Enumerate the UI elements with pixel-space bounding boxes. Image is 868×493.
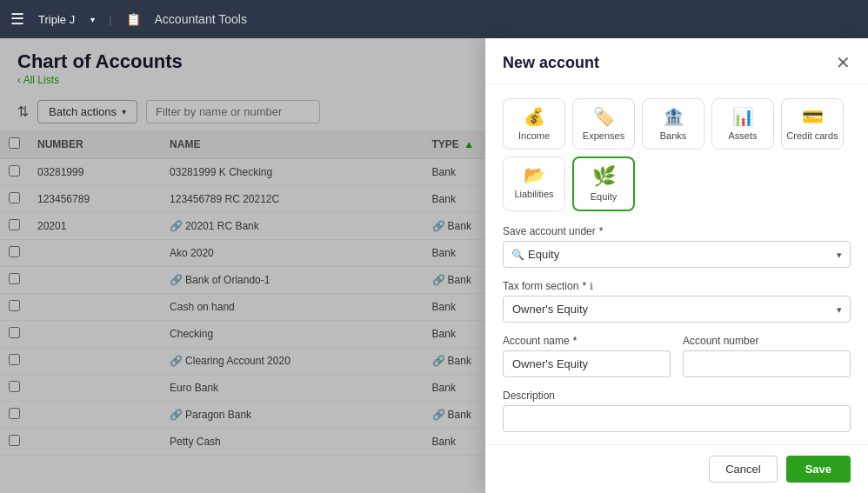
income-icon: 💰 xyxy=(524,106,545,127)
main-area: Chart of Accounts All Lists ⇅ Batch acti… xyxy=(0,38,868,493)
expenses-label: Expenses xyxy=(583,130,624,142)
new-account-modal: New account ✕ 💰 Income 🏷️ Expenses 🏦 Ban… xyxy=(485,38,868,493)
acct-type-banks[interactable]: 🏦 Banks xyxy=(642,98,704,150)
banks-label: Banks xyxy=(660,130,687,142)
save-account-under-label: Save account under * xyxy=(503,225,851,237)
modal-title: New account xyxy=(503,54,599,72)
tool-icon: 📋 xyxy=(126,12,141,26)
acct-type-credit-cards[interactable]: 💳 Credit cards xyxy=(781,98,844,150)
hamburger-icon[interactable]: ☰ xyxy=(10,10,24,29)
acct-type-income[interactable]: 💰 Income xyxy=(503,98,565,150)
save-account-under-section: Save account under * 🔍 ▾ xyxy=(503,225,851,268)
top-nav: ☰ Triple J ▾ | 📋 Accountant Tools xyxy=(0,0,868,38)
org-name: Triple J xyxy=(38,13,75,26)
account-name-number-row: Account name * Account number xyxy=(503,335,851,390)
equity-icon: 🌿 xyxy=(592,165,616,188)
account-number-input[interactable] xyxy=(683,350,851,377)
search-icon: 🔍 xyxy=(511,249,524,261)
acct-type-expenses[interactable]: 🏷️ Expenses xyxy=(572,98,635,150)
income-label: Income xyxy=(518,130,550,142)
modal-footer: Cancel Save xyxy=(485,444,868,493)
tax-form-info-icon[interactable]: ℹ xyxy=(590,281,593,292)
assets-label: Assets xyxy=(728,130,757,142)
modal-body: 💰 Income 🏷️ Expenses 🏦 Banks 📊 Assets 💳 … xyxy=(485,84,868,444)
acct-type-liabilities[interactable]: 📂 Liabilities xyxy=(503,157,565,211)
tax-form-select-wrap: Owner's Equity Retained Earnings Other ▾ xyxy=(503,296,851,323)
org-chevron-icon[interactable]: ▾ xyxy=(90,15,95,24)
credit-cards-icon: 💳 xyxy=(802,106,824,127)
account-name-input[interactable] xyxy=(503,350,671,377)
description-input[interactable] xyxy=(503,405,851,432)
tax-form-section: Tax form section * ℹ Owner's Equity Reta… xyxy=(503,280,851,323)
account-name-label: Account name * xyxy=(503,335,671,347)
modal-header: New account ✕ xyxy=(485,38,868,84)
description-section: Description xyxy=(503,390,851,432)
save-button[interactable]: Save xyxy=(786,456,851,483)
assets-icon: 📊 xyxy=(732,106,754,127)
cancel-button[interactable]: Cancel xyxy=(709,456,777,483)
expenses-icon: 🏷️ xyxy=(593,106,615,127)
tool-name: Accountant Tools xyxy=(155,12,247,26)
tax-form-select[interactable]: Owner's Equity Retained Earnings Other xyxy=(503,296,851,323)
liabilities-label: Liabilities xyxy=(514,189,553,200)
banks-icon: 🏦 xyxy=(663,106,684,127)
equity-label: Equity xyxy=(591,191,618,203)
tax-form-label: Tax form section * ℹ xyxy=(503,280,851,292)
acct-type-equity[interactable]: 🌿 Equity xyxy=(572,157,635,211)
save-account-under-input[interactable] xyxy=(503,241,851,268)
account-number-label: Account number xyxy=(683,335,851,347)
save-account-under-wrap: 🔍 ▾ xyxy=(503,241,851,268)
save-account-under-dropdown-icon[interactable]: ▾ xyxy=(837,249,842,260)
account-name-section: Account name * xyxy=(503,335,671,377)
account-number-section: Account number xyxy=(683,335,851,377)
description-label: Description xyxy=(503,390,851,402)
acct-type-assets[interactable]: 📊 Assets xyxy=(711,98,774,150)
liabilities-icon: 📂 xyxy=(524,164,545,185)
account-types: 💰 Income 🏷️ Expenses 🏦 Banks 📊 Assets 💳 … xyxy=(503,98,851,211)
modal-close-button[interactable]: ✕ xyxy=(836,52,851,73)
credit-cards-label: Credit cards xyxy=(786,130,838,142)
